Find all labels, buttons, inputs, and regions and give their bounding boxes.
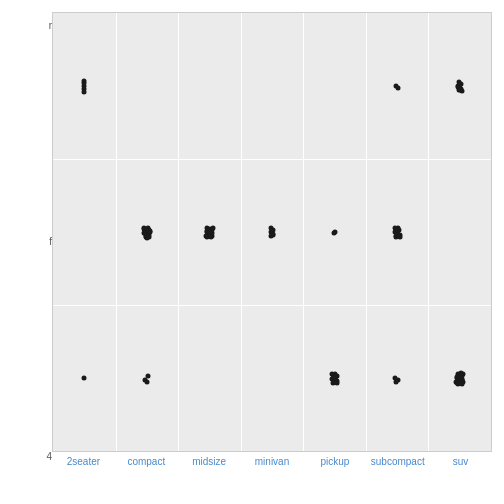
data-point xyxy=(82,78,87,83)
data-point xyxy=(397,234,402,239)
x-tick-2seater: 2seater xyxy=(52,456,115,474)
x-tick-pickup: pickup xyxy=(303,456,366,474)
data-point xyxy=(268,226,273,231)
grid-line-v xyxy=(303,13,304,451)
data-point xyxy=(82,376,87,381)
data-point xyxy=(332,230,337,235)
data-point xyxy=(209,235,214,240)
data-point xyxy=(395,225,400,230)
grid-line-v xyxy=(366,13,367,451)
data-point xyxy=(148,230,153,235)
data-point xyxy=(333,373,338,378)
data-point xyxy=(144,379,149,384)
grid-line-v xyxy=(428,13,429,451)
data-point xyxy=(395,85,400,90)
data-point xyxy=(82,83,87,88)
plot-area xyxy=(52,12,492,452)
chart-right: 2seatercompactmidsizeminivanpickupsubcom… xyxy=(52,12,492,492)
data-point xyxy=(271,232,276,237)
data-point xyxy=(144,236,149,241)
grid-line-v xyxy=(241,13,242,451)
data-point xyxy=(204,233,209,238)
x-axis-label xyxy=(52,474,492,492)
x-tick-suv: suv xyxy=(429,456,492,474)
data-point xyxy=(459,370,464,375)
grid-line-v xyxy=(116,13,117,451)
data-point xyxy=(146,374,151,379)
x-tick-compact: compact xyxy=(115,456,178,474)
x-tick-midsize: midsize xyxy=(178,456,241,474)
y-axis-label xyxy=(12,12,30,492)
y-ticks: r f 4 xyxy=(30,12,52,492)
grid-line-h xyxy=(53,159,491,160)
grid-line-v xyxy=(178,13,179,451)
chart-container: r f 4 2seatercompactmidsizeminivanpickup… xyxy=(0,0,504,504)
data-point xyxy=(459,382,464,387)
data-point xyxy=(210,226,215,231)
data-point xyxy=(394,379,399,384)
x-ticks: 2seatercompactmidsizeminivanpickupsubcom… xyxy=(52,452,492,474)
data-point xyxy=(82,90,87,95)
chart-and-yaxis: r f 4 2seatercompactmidsizeminivanpickup… xyxy=(30,12,492,492)
grid-line-h xyxy=(53,305,491,306)
x-tick-minivan: minivan xyxy=(241,456,304,474)
data-point xyxy=(334,380,339,385)
x-tick-subcompact: subcompact xyxy=(366,456,429,474)
data-point xyxy=(459,89,464,94)
chart-title-area: r f 4 2seatercompactmidsizeminivanpickup… xyxy=(12,12,492,492)
outer-box: r f 4 2seatercompactmidsizeminivanpickup… xyxy=(12,12,492,492)
